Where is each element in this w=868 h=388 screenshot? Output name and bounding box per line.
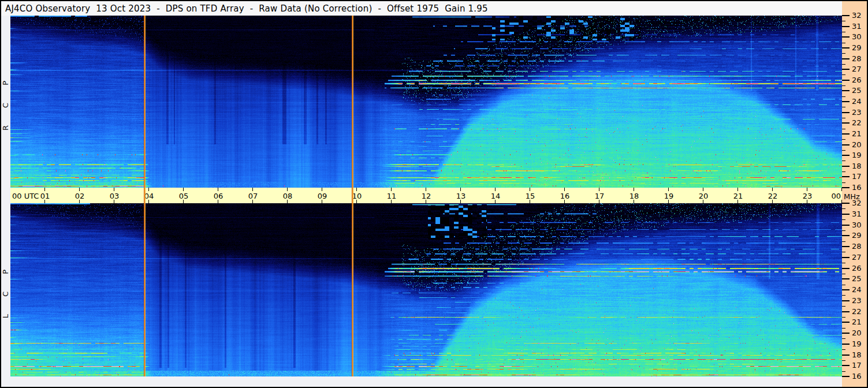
hour-tick-top	[634, 188, 634, 191]
hour-tick-top	[668, 188, 669, 191]
hour-tick-top	[530, 188, 530, 191]
freq-label: 19	[852, 340, 866, 348]
freq-tick-major	[842, 300, 850, 301]
freq-label: 23	[852, 109, 866, 117]
freq-tick-major	[842, 268, 850, 269]
hour-tick-top	[356, 188, 357, 191]
freq-tick-minor	[842, 182, 845, 183]
freq-tick-minor	[842, 285, 845, 285]
freq-tick-major	[842, 36, 850, 38]
freq-label: 28	[852, 242, 866, 251]
freq-tick-minor	[842, 53, 845, 54]
hour-tick-top	[703, 188, 703, 191]
freq-tick-minor	[842, 274, 845, 274]
freq-label: 25	[852, 87, 866, 95]
freq-tick-minor	[842, 21, 845, 21]
freq-label: 23	[852, 297, 866, 305]
freq-label: 30	[852, 221, 866, 229]
hour-tick-top	[495, 188, 496, 191]
freq-tick-major	[842, 278, 850, 279]
freq-tick-minor	[842, 85, 845, 86]
hour-label: 22	[768, 192, 778, 200]
hour-label: 04	[144, 192, 154, 200]
freq-tick-minor	[842, 328, 845, 329]
freq-label: 24	[852, 98, 866, 106]
freq-tick-major	[842, 355, 850, 356]
hour-tick-top	[148, 188, 149, 191]
rcp-panel-label: R C P	[1, 16, 10, 188]
hour-tick-top	[460, 188, 461, 191]
hour-tick-top	[287, 188, 288, 191]
freq-tick-major	[842, 235, 850, 236]
freq-tick-minor	[842, 263, 845, 263]
freq-tick-major	[842, 187, 850, 188]
freq-tick-major	[842, 155, 850, 156]
freq-tick-minor	[842, 349, 845, 350]
freq-label: 27	[852, 65, 866, 73]
freq-tick-minor	[842, 64, 845, 65]
rcp-spectrogram-canvas	[10, 16, 842, 188]
hour-label: 06	[214, 192, 223, 200]
freq-tick-major	[842, 69, 850, 70]
lcp-spectrogram-canvas	[10, 203, 842, 376]
time-axis-origin-label: 00 UTC	[12, 192, 39, 200]
freq-tick-major	[842, 47, 850, 48]
freq-label: 32	[852, 199, 866, 207]
freq-tick-major	[842, 144, 850, 146]
freq-label: 22	[852, 119, 866, 127]
hour-label: 11	[387, 192, 397, 200]
freq-label: 31	[852, 23, 866, 31]
freq-label: 18	[852, 162, 866, 170]
freq-label: 18	[852, 351, 866, 359]
time-axis-end-label: 00	[831, 192, 841, 200]
hour-label: 17	[595, 192, 605, 200]
hour-label: 21	[733, 192, 743, 200]
hour-label: 18	[629, 192, 639, 200]
freq-tick-minor	[842, 74, 845, 75]
freq-label: 16	[852, 184, 866, 192]
hour-tick-top	[322, 188, 322, 191]
freq-tick-minor	[842, 96, 845, 97]
freq-label: 26	[852, 76, 866, 84]
freq-tick-major	[842, 333, 850, 334]
hour-label: 08	[283, 192, 293, 200]
freq-tick-minor	[842, 150, 845, 151]
freq-label: 17	[852, 361, 866, 370]
freq-tick-minor	[842, 371, 845, 372]
time-marker-line-1	[144, 16, 146, 376]
hour-tick-top	[391, 188, 392, 191]
hour-label: 12	[422, 192, 431, 200]
freq-tick-major	[842, 322, 850, 323]
hour-tick-top	[79, 188, 80, 191]
hour-label: 02	[75, 192, 85, 200]
freq-tick-minor	[842, 295, 845, 296]
freq-tick-minor	[842, 129, 845, 129]
hour-label: 16	[560, 192, 570, 200]
freq-tick-minor	[842, 32, 845, 32]
hour-label: 13	[456, 192, 466, 200]
freq-tick-major	[842, 225, 850, 226]
freq-tick-minor	[842, 252, 845, 252]
freq-tick-major	[842, 112, 850, 113]
freq-tick-major	[842, 365, 850, 366]
freq-label: 20	[852, 141, 866, 149]
hour-label: 09	[318, 192, 327, 200]
freq-tick-major	[842, 101, 850, 102]
hour-label: 15	[526, 192, 535, 200]
freq-tick-major	[842, 176, 850, 177]
freq-tick-major	[842, 122, 850, 124]
freq-tick-minor	[842, 338, 845, 339]
hour-tick-top	[772, 188, 773, 191]
freq-label: 29	[852, 44, 866, 52]
freq-tick-minor	[842, 208, 845, 209]
freq-tick-minor	[842, 360, 845, 361]
freq-tick-major	[842, 257, 850, 258]
freq-tick-minor	[842, 317, 845, 318]
freq-label: 24	[852, 286, 866, 294]
hour-label: 07	[248, 192, 258, 200]
freq-tick-minor	[842, 161, 845, 161]
freq-tick-major	[842, 58, 850, 59]
freq-label: 21	[852, 130, 866, 138]
hour-tick-top	[737, 188, 738, 191]
hour-label: 20	[699, 192, 709, 200]
